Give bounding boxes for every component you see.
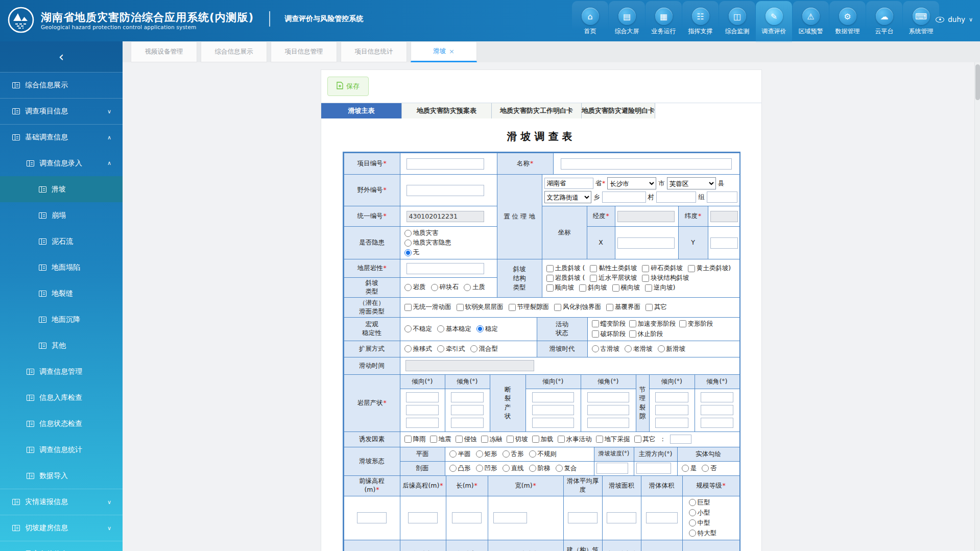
form-tab-work-card[interactable]: 地质灾害防灾工作明白卡 <box>492 103 582 118</box>
structure-checkbox[interactable] <box>642 265 649 272</box>
rear-elevation-input[interactable] <box>408 512 438 523</box>
main-direction-input[interactable] <box>636 463 671 474</box>
triggers-checkbox[interactable] <box>404 436 412 443</box>
structure-checkbox[interactable] <box>645 284 652 292</box>
y-input[interactable] <box>710 237 738 249</box>
scale-radio[interactable] <box>689 519 696 526</box>
nav-home[interactable]: ⌂ 首页 <box>572 1 608 42</box>
triggers-option[interactable]: 地震 <box>430 435 451 444</box>
scale-radio[interactable] <box>689 499 696 506</box>
entity-option[interactable]: 否 <box>702 464 717 473</box>
stability-radio[interactable] <box>404 325 412 332</box>
slip-option[interactable]: 软弱夹层层面 <box>457 303 504 312</box>
structure-option[interactable]: 逆向坡) <box>645 283 675 292</box>
activity-option[interactable]: 休止阶段 <box>629 330 663 339</box>
stability-option[interactable]: 基本稳定 <box>437 325 471 333</box>
hazard-radio[interactable] <box>404 239 412 247</box>
slope_type-radio[interactable] <box>404 284 412 291</box>
slope_type-option[interactable]: 土质 <box>464 283 485 292</box>
expansion-option[interactable]: 混合型 <box>470 345 498 353</box>
expansion-radio[interactable] <box>437 345 444 352</box>
sidebar-item-ground-fissure[interactable]: 地裂缝 <box>0 280 123 306</box>
profile-option[interactable]: 凹形 <box>476 464 497 473</box>
lat-input[interactable] <box>710 211 738 222</box>
triggers-checkbox[interactable] <box>634 436 641 443</box>
nav-business[interactable]: ▦ 业务运行 <box>646 1 682 42</box>
sidebar-item-project-info[interactable]: 调查项目信息 ∨ <box>0 98 123 124</box>
era-option[interactable]: 老滑坡 <box>625 345 653 353</box>
structure-checkbox[interactable] <box>579 284 586 292</box>
user-menu[interactable]: duhy ∨ <box>936 15 973 23</box>
lithology-input[interactable] <box>407 263 484 274</box>
nav-data[interactable]: ⚙ 数据管理 <box>829 1 866 42</box>
slip-option[interactable]: 基覆界面 <box>606 303 640 312</box>
sidebar-item-basic-survey[interactable]: 基础调查信息 ∧ <box>0 124 123 150</box>
plan-option[interactable]: 舌形 <box>503 450 524 459</box>
triggers-option[interactable]: 地下采掘 <box>596 435 630 444</box>
slip-checkbox[interactable] <box>404 304 412 311</box>
profile-radio[interactable] <box>476 465 483 472</box>
triggers-checkbox[interactable] <box>456 436 463 443</box>
hazard-radio[interactable] <box>404 230 412 237</box>
group-input[interactable] <box>656 191 696 203</box>
profile-option[interactable]: 凸形 <box>449 464 471 473</box>
profile-radio[interactable] <box>449 465 457 472</box>
triggers-option[interactable]: 其它 <box>634 435 656 444</box>
triggers-checkbox[interactable] <box>532 436 539 443</box>
fracture-dip-angle-input[interactable] <box>587 392 629 402</box>
slip-checkbox[interactable] <box>554 304 561 311</box>
structure-option[interactable]: 岩质斜坡 ( <box>546 274 585 282</box>
entity-radio[interactable] <box>702 465 709 472</box>
expansion-radio[interactable] <box>470 345 477 352</box>
profile-radio[interactable] <box>556 465 563 472</box>
sidebar-item-debris-flow[interactable]: 泥石流 <box>0 228 123 254</box>
activity-option[interactable]: 加速变形阶段 <box>629 320 676 328</box>
activity-checkbox[interactable] <box>629 330 636 338</box>
structure-option[interactable]: 近水平层状坡 <box>590 274 637 282</box>
expansion-option[interactable]: 推移式 <box>404 345 433 353</box>
fracture-dip-angle-input[interactable] <box>587 418 629 428</box>
activity-checkbox[interactable] <box>592 330 599 338</box>
sidebar-item-survey-stats[interactable]: 调查信息统计 <box>0 437 123 463</box>
rock-dip-angle-input[interactable] <box>451 405 484 415</box>
profile-radio[interactable] <box>529 465 536 472</box>
profile-option[interactable]: 复合 <box>556 464 577 473</box>
structure-checkbox[interactable] <box>688 265 695 272</box>
sidebar-item-other[interactable]: 其他 <box>0 332 123 358</box>
activity-checkbox[interactable] <box>592 320 599 327</box>
form-tab-avoid-card[interactable]: 地质灾害防灾避险明白卡 <box>582 103 655 118</box>
slip-option[interactable]: 节理裂隙面 <box>509 303 549 312</box>
plan-radio[interactable] <box>449 450 457 458</box>
profile-option[interactable]: 直线 <box>503 464 524 473</box>
hazard-option[interactable]: 地质灾害隐患 <box>404 238 451 247</box>
nav-system[interactable]: ⌨ 系统管理 <box>903 1 939 42</box>
tab-project-stats[interactable]: 项目信息统计 <box>341 41 407 62</box>
structure-checkbox[interactable] <box>590 275 597 282</box>
joint-dip-angle-input[interactable] <box>701 418 734 428</box>
triggers-checkbox[interactable] <box>558 436 565 443</box>
town-select[interactable]: 文艺路街道 <box>544 191 592 203</box>
triggers-checkbox[interactable] <box>430 436 437 443</box>
structure-option[interactable]: 土质斜坡 ( <box>546 264 585 273</box>
entity-option[interactable]: 是 <box>682 464 697 473</box>
structure-checkbox[interactable] <box>612 284 619 292</box>
triggers-option[interactable]: 侵蚀 <box>456 435 477 444</box>
plan-radio[interactable] <box>529 450 536 458</box>
expansion-option[interactable]: 牵引式 <box>437 345 465 353</box>
project-no-input[interactable] <box>407 158 484 170</box>
thickness-input[interactable] <box>568 512 597 523</box>
structure-option[interactable]: 碎石类斜坡 <box>642 264 683 273</box>
save-button[interactable]: 保存 <box>327 77 369 96</box>
era-option[interactable]: 古滑坡 <box>592 345 620 353</box>
slope_type-option[interactable]: 岩质 <box>404 283 426 292</box>
era-radio[interactable] <box>625 345 632 352</box>
plan-option[interactable]: 不规则 <box>529 450 557 459</box>
nav-cloud[interactable]: ☁ 云平台 <box>866 1 902 42</box>
nav-monitoring[interactable]: ◫ 综合监测 <box>719 1 755 42</box>
slip-checkbox[interactable] <box>509 304 516 311</box>
fracture-dip-dir-input[interactable] <box>532 405 573 415</box>
form-tab-main[interactable]: 滑坡主表 <box>321 103 402 118</box>
sidebar-item-disaster-report[interactable]: 灾情速报信息 ∨ <box>0 489 123 515</box>
activity-checkbox[interactable] <box>629 320 636 327</box>
activity-option[interactable]: 破坏阶段 <box>592 330 626 339</box>
